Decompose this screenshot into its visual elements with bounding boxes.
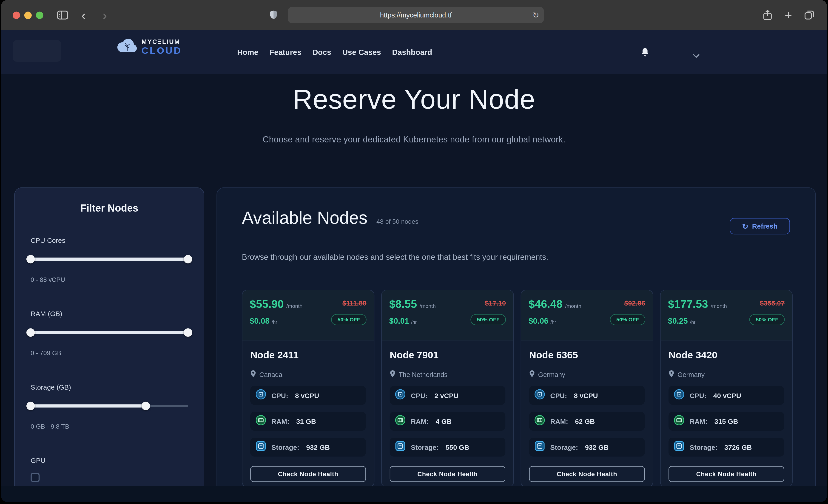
filter-range-text: 0 - 709 GB <box>31 349 188 357</box>
price-hourly-unit: /hr <box>690 319 695 325</box>
spec-value-storage: 550 GB <box>446 443 469 451</box>
price-hourly-unit: /hr <box>411 319 417 325</box>
minimize-window-button[interactable] <box>24 12 32 19</box>
spec-value-cpu: 8 vCPU <box>574 391 598 399</box>
spec-value-storage: 932 GB <box>306 443 330 451</box>
forward-icon[interactable]: › <box>102 0 107 30</box>
spec-value-ram: 4 GB <box>436 417 452 425</box>
price-original: $111.80 <box>342 299 367 307</box>
gpu-checkbox[interactable] <box>31 473 40 482</box>
slider-fill <box>31 404 146 408</box>
shield-icon[interactable] <box>270 0 277 30</box>
discount-badge: 50% OFF <box>610 314 645 325</box>
share-icon[interactable] <box>763 0 772 30</box>
cpu-icon <box>534 389 545 402</box>
zoom-window-button[interactable] <box>36 12 43 19</box>
price-hourly: $0.08 <box>250 316 270 325</box>
ram-icon <box>674 415 685 427</box>
card-price-header: $177.53 /month $0.25 /hr $355.07 50% OFF <box>661 290 792 340</box>
price-hourly-unit: /hr <box>272 319 277 325</box>
spec-value-ram: 31 GB <box>296 417 316 425</box>
spec-row-storage: Storage: 932 GB <box>250 437 366 457</box>
check-node-health-button[interactable]: Check Node Health <box>390 466 505 482</box>
tab-overview-icon[interactable] <box>804 0 815 30</box>
node-card: $8.55 /month $0.01 /hr $17.10 50% OFF No… <box>381 290 514 486</box>
navbar-placeholder <box>13 40 61 62</box>
card-price-header: $8.55 /month $0.01 /hr $17.10 50% OFF <box>382 290 513 340</box>
price-monthly: $8.55 <box>389 298 417 310</box>
bell-icon[interactable] <box>640 48 650 59</box>
slider-handle-min[interactable] <box>27 402 35 410</box>
location-pin-icon <box>390 370 396 379</box>
nav-link[interactable]: Use Cases <box>342 48 381 56</box>
new-tab-icon[interactable]: + <box>785 0 792 30</box>
spec-value-ram: 62 GB <box>575 417 595 425</box>
price-hourly-unit: /hr <box>551 319 556 325</box>
spec-row-storage: Storage: 3726 GB <box>668 437 784 457</box>
page-title: Reserve Your Node <box>1 83 827 115</box>
nav-link[interactable]: Home <box>237 48 258 56</box>
spec-value-ram: 315 GB <box>714 417 738 425</box>
spec-label: Storage: <box>550 443 578 451</box>
range-slider[interactable] <box>31 255 188 263</box>
range-slider[interactable] <box>31 328 188 336</box>
chevron-down-icon[interactable] <box>693 51 700 60</box>
brand-logo[interactable]: MYCΞLIUM CLOUD <box>117 39 182 55</box>
spec-row-ram: RAM: 315 GB <box>668 412 784 431</box>
spec-value-storage: 932 GB <box>585 443 609 451</box>
spec-row-ram: RAM: 62 GB <box>529 412 645 431</box>
filter-group: CPU Cores 0 - 88 vCPU <box>31 237 188 284</box>
refresh-label: Refresh <box>752 222 778 230</box>
nav-link[interactable]: Features <box>270 48 301 56</box>
location-pin-icon <box>668 370 674 379</box>
location-pin-icon <box>529 370 535 379</box>
slider-handle-min[interactable] <box>27 328 35 337</box>
refresh-button[interactable]: ↻ Refresh <box>730 218 790 234</box>
back-icon[interactable]: ‹ <box>81 0 86 30</box>
slider-handle-max[interactable] <box>184 328 192 337</box>
price-monthly: $177.53 <box>668 298 708 310</box>
cpu-icon <box>255 389 266 402</box>
reload-icon[interactable]: ↻ <box>533 10 539 20</box>
page-bottom-strip <box>1 486 827 502</box>
range-slider[interactable] <box>31 402 188 410</box>
filter-group: Storage (GB) 0 GB - 9.8 TB <box>31 383 188 430</box>
price-monthly-unit: /month <box>420 303 436 309</box>
slider-handle-max[interactable] <box>184 255 192 263</box>
slider-fill <box>31 257 188 261</box>
slider-handle-max[interactable] <box>141 402 150 410</box>
nav-link[interactable]: Docs <box>313 48 331 56</box>
filter-groups: CPU Cores 0 - 88 vCPU RAM (GB) 0 - 709 G… <box>31 237 188 430</box>
close-window-button[interactable] <box>13 12 20 19</box>
section-description: Browse through our available nodes and s… <box>242 252 548 261</box>
node-name: Node 7901 <box>390 349 505 361</box>
node-location: Germany <box>677 371 705 378</box>
node-count-badge: 48 of 50 nodes <box>376 218 418 225</box>
brand-name-top: MYCΞLIUM <box>141 39 182 45</box>
spec-row-ram: RAM: 4 GB <box>390 412 505 431</box>
node-location: The Netherlands <box>399 371 448 378</box>
node-card: $55.90 /month $0.08 /hr $111.80 50% OFF … <box>242 290 374 486</box>
price-hourly: $0.25 <box>668 316 688 325</box>
check-node-health-button[interactable]: Check Node Health <box>529 466 645 482</box>
cpu-icon <box>674 389 685 402</box>
sidebar-toggle-icon[interactable] <box>57 0 68 30</box>
nav-link[interactable]: Dashboard <box>392 48 432 56</box>
spec-label: CPU: <box>411 391 428 399</box>
price-monthly-unit: /month <box>565 303 581 309</box>
spec-label: CPU: <box>690 391 706 399</box>
ram-icon <box>255 415 266 427</box>
price-hourly: $0.01 <box>389 316 409 325</box>
address-bar[interactable]: https://myceliumcloud.tf ↻ <box>288 7 544 23</box>
storage-icon <box>255 441 266 454</box>
check-node-health-button[interactable]: Check Node Health <box>250 466 366 482</box>
url-text: https://myceliumcloud.tf <box>380 11 452 19</box>
check-node-health-button[interactable]: Check Node Health <box>668 466 784 482</box>
storage-icon <box>674 441 685 454</box>
filter-label: CPU Cores <box>31 237 188 244</box>
cloud-logo-icon <box>117 39 138 55</box>
node-location: Germany <box>538 371 565 378</box>
spec-label: RAM: <box>411 417 429 425</box>
filter-group: RAM (GB) 0 - 709 GB <box>31 310 188 357</box>
slider-handle-min[interactable] <box>27 255 35 263</box>
